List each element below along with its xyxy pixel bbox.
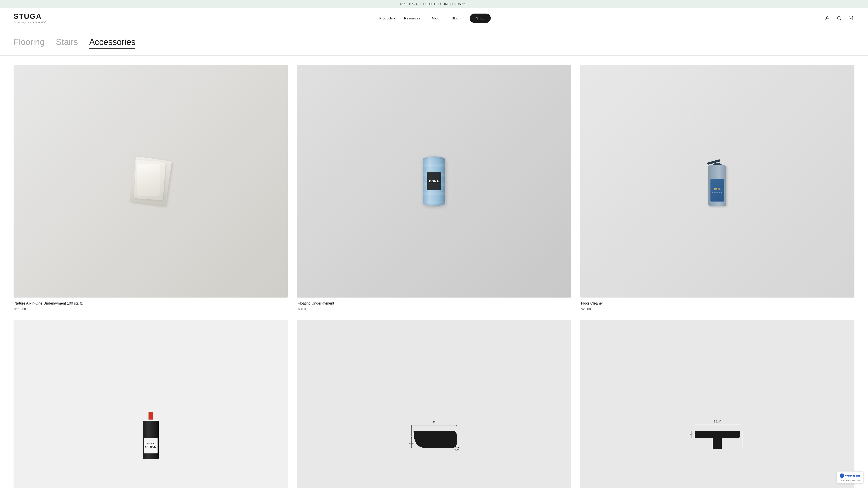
cart-icon[interactable]: [847, 14, 855, 22]
product-card-5[interactable]: 2" 5/16" 1 1/8": [297, 320, 571, 488]
product-price-1: $110.00: [14, 307, 287, 311]
tab-flooring[interactable]: Flooring: [13, 37, 44, 48]
product-image-5: 2" 5/16" 1 1/8": [297, 320, 571, 488]
nav-about[interactable]: About ▾: [432, 16, 442, 20]
product-name-1: Nature All-In-One Underlayment 100 sq. f…: [14, 301, 287, 306]
category-tabs: Flooring Stairs Accessories: [0, 28, 868, 56]
products-section: Nature All-In-One Underlayment 100 sq. f…: [0, 56, 868, 488]
svg-text:5/16": 5/16": [409, 442, 414, 445]
svg-point-1: [837, 17, 840, 20]
account-icon[interactable]: [824, 14, 831, 22]
cylinder-label: BONA: [427, 172, 441, 190]
tab-accessories[interactable]: Accessories: [89, 37, 135, 48]
main-nav: Products ▾ Resources ▾ About ▾ Blog ▾ Sh…: [379, 13, 491, 23]
trusted-shield-icon: [840, 473, 844, 479]
oil-can-label: STUGA SATIN OIL: [144, 437, 158, 453]
reducer-diagram-image: 2" 5/16" 1 1/8": [297, 320, 571, 488]
trusted-badge-content: TrustedSite: [840, 473, 861, 479]
products-grid: Nature All-In-One Underlayment 100 sq. f…: [13, 65, 855, 488]
nav-blog-label: Blog: [452, 16, 458, 20]
underlayment-roll-image: [13, 65, 288, 297]
site-header: STUGA Every step can be beautiful. Produ…: [0, 8, 868, 28]
oil-can-top: [149, 412, 153, 420]
trusted-certified-text: CERTIFIED SECURE: [840, 480, 860, 482]
bottle-label: Bona Professional: [710, 179, 724, 201]
svg-rect-13: [694, 431, 740, 437]
search-icon[interactable]: [835, 14, 843, 22]
nav-resources[interactable]: Resources ▾: [404, 16, 423, 20]
nav-about-chevron: ▾: [441, 17, 442, 20]
logo[interactable]: STUGA Every step can be beautiful.: [13, 13, 46, 24]
spray-bottle: Bona Professional: [707, 156, 727, 206]
product-info-2: Floating Underlayment $80.00: [297, 301, 571, 311]
trusted-site-badge[interactable]: TrustedSite CERTIFIED SECURE: [837, 471, 864, 484]
product-info-3: Floor Cleaner $25.00: [580, 301, 855, 311]
product-card-2[interactable]: BONA Floating Underlayment $80.00: [297, 65, 571, 311]
reducer-diagram-svg: 2" 5/16" 1 1/8": [407, 418, 461, 455]
shop-button[interactable]: Shop: [470, 13, 491, 23]
roll-top: [137, 164, 160, 196]
product-image-4: STUGA SATIN OIL: [13, 320, 288, 488]
product-image-1: [13, 65, 288, 297]
satin-oil-image: STUGA SATIN OIL: [13, 320, 288, 488]
trusted-site-text: TrustedSite: [845, 475, 861, 477]
svg-text:3/4": 3/4": [744, 439, 744, 442]
product-card-3[interactable]: Bona Professional Floor Cleaner $25.00: [580, 65, 855, 311]
bottle-body: Bona Professional: [708, 165, 726, 206]
nav-products-label: Products: [379, 16, 393, 20]
oil-brand: STUGA: [147, 443, 154, 445]
product-card-6[interactable]: 2 3/8" 3/4" 1/4" T-Molding: [580, 320, 855, 488]
svg-text:2": 2": [433, 421, 435, 424]
svg-text:1/4": 1/4": [690, 433, 693, 435]
nav-products[interactable]: Products ▾: [379, 16, 395, 20]
logo-brand: STUGA: [13, 13, 42, 20]
announcement-bar: TAKE 10% OFF SELECT FLOORS | ENDS 9/30: [0, 0, 868, 8]
svg-text:2 3/8": 2 3/8": [714, 420, 721, 423]
oil-product: SATIN OIL: [145, 446, 156, 448]
oil-can-body: STUGA SATIN OIL: [143, 421, 159, 459]
floating-underlayment-image: BONA: [297, 65, 571, 297]
header-icons: [824, 14, 855, 22]
bottle-sub: Professional: [712, 191, 722, 193]
svg-line-2: [840, 19, 841, 20]
nav-resources-chevron: ▾: [421, 17, 423, 20]
t-molding-diagram-image: 2 3/8" 3/4" 1/4": [580, 320, 855, 488]
t-molding-diagram-svg: 2 3/8" 3/4" 1/4": [690, 418, 744, 455]
nav-about-label: About: [432, 16, 440, 20]
logo-tagline: Every step can be beautiful.: [13, 21, 46, 24]
svg-text:1 1/8": 1 1/8": [453, 449, 459, 452]
svg-rect-14: [713, 437, 722, 449]
product-image-6: 2 3/8" 3/4" 1/4": [580, 320, 855, 488]
nav-products-chevron: ▾: [394, 17, 395, 20]
svg-point-0: [827, 17, 828, 18]
product-image-2: BONA: [297, 65, 571, 297]
bottle-brand: Bona: [714, 187, 721, 190]
tab-stairs[interactable]: Stairs: [56, 37, 78, 48]
product-name-3: Floor Cleaner: [581, 301, 854, 306]
product-name-2: Floating Underlayment: [298, 301, 570, 306]
product-image-3: Bona Professional: [580, 65, 855, 297]
product-price-2: $80.00: [298, 307, 570, 311]
product-card-4[interactable]: STUGA SATIN OIL Stuga Satin Oil: [13, 320, 288, 488]
announcement-text: TAKE 10% OFF SELECT FLOORS | ENDS 9/30: [400, 2, 468, 6]
nav-resources-label: Resources: [404, 16, 421, 20]
cylinder: BONA: [423, 156, 445, 206]
oil-can: STUGA SATIN OIL: [143, 414, 159, 459]
product-info-1: Nature All-In-One Underlayment 100 sq. f…: [13, 301, 288, 311]
floor-cleaner-image: Bona Professional: [580, 65, 855, 297]
product-price-3: $25.00: [581, 307, 854, 311]
nav-blog[interactable]: Blog ▾: [452, 16, 461, 20]
product-card-1[interactable]: Nature All-In-One Underlayment 100 sq. f…: [13, 65, 288, 311]
nav-blog-chevron: ▾: [460, 17, 461, 20]
